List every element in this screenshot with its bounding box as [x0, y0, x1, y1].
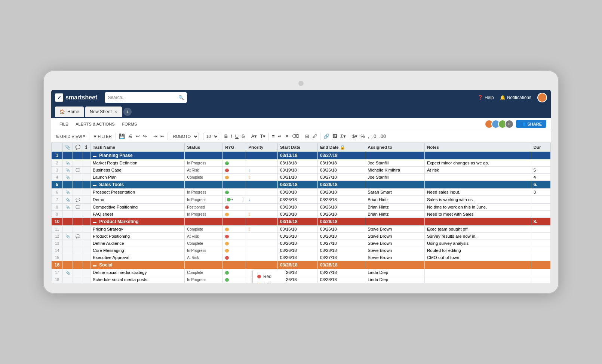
task-cell[interactable]: Competitive Positioning [90, 204, 185, 211]
collapse-icon[interactable]: ▬ [93, 183, 96, 187]
task-cell[interactable]: Define Audience [90, 240, 185, 247]
ryg-cell[interactable] [223, 240, 246, 247]
row-attach-cell[interactable]: 📎 [63, 160, 73, 167]
task-cell[interactable]: FAQ sheet [90, 211, 185, 218]
formula-icon[interactable]: Σ▾ [339, 133, 347, 140]
row-comment-cell[interactable]: 💬 [73, 204, 83, 211]
strikethrough-icon[interactable]: S [240, 133, 246, 140]
task-cell[interactable]: Executive Approval [90, 254, 185, 261]
task-cell[interactable]: Schedule social media posts [90, 276, 185, 283]
ryg-cell[interactable] [223, 167, 246, 174]
row-attach-cell[interactable]: 📎 [63, 196, 73, 204]
notifications-button[interactable]: 🔔 Notifications [500, 95, 531, 100]
ryg-cell[interactable] [223, 269, 246, 276]
dur-cell [531, 269, 550, 276]
ryg-dropdown-trigger[interactable]: ▾ [225, 197, 243, 202]
task-cell[interactable]: ▬ Planning Phase [90, 152, 185, 160]
wrap-icon[interactable]: ↵ [277, 133, 283, 140]
task-cell[interactable]: Market Reqts Definition [90, 160, 185, 167]
ryg-dropdown[interactable]: Red Yellow Green [252, 270, 286, 283]
user-avatar[interactable] [537, 93, 547, 102]
table-icon[interactable]: ⊞ [304, 133, 310, 140]
ryg-cell[interactable] [223, 174, 246, 181]
paint-icon[interactable]: 🖊 [311, 133, 318, 140]
indent-icon[interactable]: ⇥ [152, 133, 159, 140]
share-button[interactable]: 👥 SHARE [516, 120, 546, 128]
row-comment-cell[interactable]: 💬 [73, 196, 83, 204]
print-icon[interactable]: 🖨 [127, 133, 134, 140]
table-row: 4 📎 Launch Plan Complete ! 03/21/18 03/2… [52, 174, 551, 181]
task-cell[interactable]: ▬ Product Marketing [90, 218, 185, 226]
ryg-cell[interactable] [223, 204, 246, 211]
row-attach-cell[interactable]: 📎 [63, 174, 73, 181]
collapse-icon[interactable]: ▬ [93, 263, 96, 267]
sheet-container[interactable]: 📎 💬 ℹ Task Name Status RYG Priority Star… [51, 143, 551, 283]
decimal-icon[interactable]: .0 [371, 133, 377, 140]
outdent-icon[interactable]: ⇤ [159, 133, 166, 140]
search-box[interactable]: 🔍 [105, 92, 187, 103]
ryg-cell[interactable] [223, 247, 246, 254]
ryg-cell[interactable] [223, 160, 246, 167]
task-cell[interactable]: Define social media strategy [90, 269, 185, 276]
comma-icon[interactable]: , [367, 133, 371, 140]
row-attach-cell[interactable]: 📎 [63, 189, 73, 196]
tab-close-icon[interactable]: ✕ [114, 109, 117, 114]
row-comment-cell[interactable]: 💬 [73, 167, 83, 174]
task-cell[interactable]: Prospect Presentation [90, 189, 185, 196]
eraser-icon[interactable]: ⌫ [291, 133, 300, 140]
bold-icon[interactable]: B [223, 133, 229, 140]
task-cell[interactable]: Pricing Strategy [90, 226, 185, 233]
end-cell: 03/27/18 [317, 174, 365, 181]
ryg-cell[interactable] [223, 276, 246, 283]
task-cell[interactable]: Product Positioning [90, 233, 185, 240]
help-button[interactable]: ❓ Help [477, 95, 494, 100]
tab-add-button[interactable]: + [123, 108, 132, 116]
task-cell[interactable]: ▬ Sales Tools [90, 181, 185, 189]
percent-icon[interactable]: % [359, 133, 366, 140]
ryg-cell[interactable] [223, 226, 246, 233]
menu-forms[interactable]: FORMS [119, 118, 141, 130]
task-cell[interactable]: Launch Plan [90, 174, 185, 181]
ryg-cell[interactable]: ▾ [223, 196, 246, 204]
italic-icon[interactable]: I [230, 133, 233, 140]
font-select[interactable]: ROBOTO [170, 133, 199, 140]
align-left-icon[interactable]: ≡ [271, 133, 276, 140]
start-cell: 03/26/18 [277, 254, 317, 261]
menu-file[interactable]: FILE [56, 118, 72, 130]
task-cell[interactable]: Demo [90, 196, 185, 204]
underline-icon[interactable]: U [234, 133, 240, 140]
row-attach-cell[interactable]: 📎 [63, 269, 73, 276]
ryg-cell[interactable] [223, 211, 246, 218]
task-cell[interactable]: Core Messaging [90, 247, 185, 254]
font-size-select[interactable]: 10 [203, 133, 219, 140]
dropdown-item-red[interactable]: Red [253, 272, 286, 281]
ryg-cell[interactable] [223, 233, 246, 240]
highlight-icon[interactable]: T▾ [259, 133, 267, 140]
dropdown-item-yellow[interactable]: Yellow [253, 281, 286, 283]
link-icon[interactable]: 🔗 [322, 133, 331, 140]
ryg-cell[interactable] [223, 254, 246, 261]
tab-home[interactable]: 🏠 Home [55, 107, 84, 117]
text-color-icon[interactable]: A▾ [250, 133, 258, 140]
collapse-icon[interactable]: ▬ [93, 154, 96, 158]
collapse-icon[interactable]: ▬ [93, 220, 96, 224]
row-attach-cell[interactable]: 📎 [63, 167, 73, 174]
filter-button[interactable]: ▼ FILTER [91, 133, 114, 139]
undo-icon[interactable]: ↩ [135, 133, 141, 140]
clear-icon[interactable]: ✕ [284, 133, 290, 140]
image-icon[interactable]: 🖼 [331, 133, 338, 140]
task-cell[interactable]: ▬ Social [90, 261, 185, 269]
row-attach-cell[interactable]: 📎 [63, 204, 73, 211]
decimal2-icon[interactable]: .00 [378, 133, 387, 140]
save-icon[interactable]: 💾 [118, 133, 126, 140]
row-attach-cell[interactable]: 📎 [63, 233, 73, 240]
task-cell[interactable]: Business Case [90, 167, 185, 174]
menu-alerts[interactable]: ALERTS & ACTIONS [72, 118, 118, 130]
redo-icon[interactable]: ↪ [142, 133, 148, 140]
tab-new-sheet[interactable]: New Sheet ✕ [85, 107, 122, 117]
grid-view-button[interactable]: ⊞ GRID VIEW ▾ [54, 133, 87, 139]
row-comment-cell[interactable]: 💬 [73, 233, 83, 240]
ryg-cell[interactable] [223, 189, 246, 196]
currency-icon[interactable]: $▾ [351, 133, 359, 140]
search-input[interactable] [108, 95, 176, 100]
